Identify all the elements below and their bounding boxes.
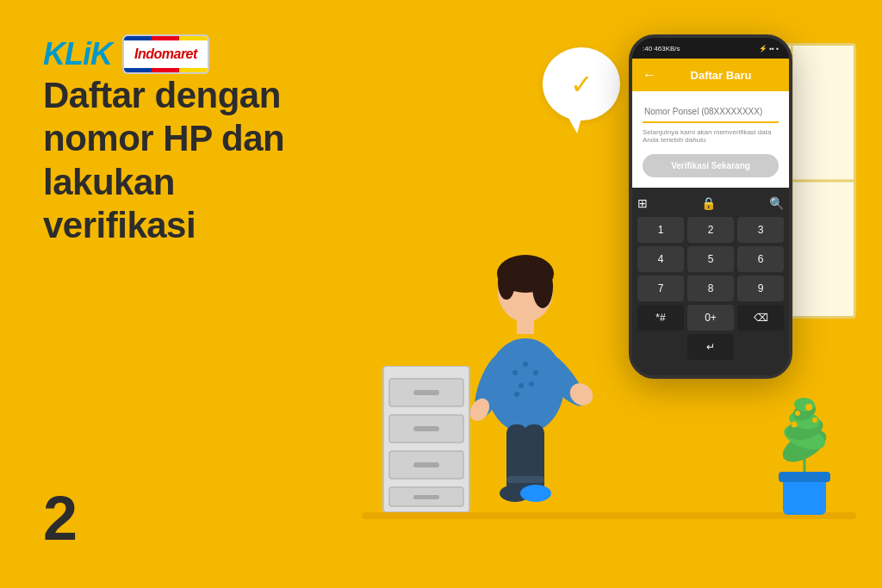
logo-area: KLiK Indomaret (43, 34, 319, 74)
phone-input-subtitle: Selanjutnya kami akan memverifikasi data… (643, 128, 779, 144)
svg-rect-8 (413, 495, 439, 499)
key-1[interactable]: 1 (637, 217, 684, 243)
svg-point-24 (523, 362, 528, 367)
svg-rect-30 (524, 476, 544, 483)
key-enter[interactable]: ↵ (687, 334, 734, 360)
step-number: 2 (43, 483, 319, 554)
svg-point-12 (532, 265, 553, 308)
left-panel: KLiK Indomaret Daftar dengan nomor HP da… (0, 0, 362, 588)
key-2[interactable]: 2 (687, 217, 734, 243)
svg-point-23 (512, 370, 518, 375)
headline-text: Daftar dengan nomor HP dan lakukan verif… (43, 74, 319, 248)
svg-point-27 (529, 381, 534, 387)
svg-point-41 (795, 411, 800, 416)
svg-rect-4 (413, 426, 439, 431)
svg-point-13 (498, 265, 515, 300)
phone-screen-title: Daftar Baru (663, 69, 779, 82)
key-7[interactable]: 7 (637, 275, 684, 301)
svg-point-22 (520, 485, 551, 502)
checkmark-icon: ✓ (570, 68, 593, 101)
key-5[interactable]: 5 (687, 246, 734, 272)
keyboard-top-bar: ⊞ 🔒 🔍 (637, 193, 784, 214)
phone-keyboard: ⊞ 🔒 🔍 1 2 3 4 5 6 7 8 9 (632, 188, 789, 375)
key-4[interactable]: 4 (637, 246, 684, 272)
status-left: :40 463KB/s (643, 45, 680, 53)
headline-area: Daftar dengan nomor HP dan lakukan verif… (43, 74, 319, 483)
svg-rect-14 (517, 319, 534, 334)
speech-bubble: ✓ (543, 47, 620, 121)
page-container: KLiK Indomaret Daftar dengan nomor HP da… (0, 0, 882, 588)
key-8[interactable]: 8 (687, 275, 734, 301)
svg-point-43 (792, 422, 798, 428)
svg-point-42 (812, 418, 817, 423)
klik-logo: KLiK (43, 36, 112, 72)
svg-point-25 (533, 370, 538, 375)
phone-number-keys: 1 2 3 4 5 6 7 8 9 *# 0+ ⌫ (637, 217, 784, 331)
svg-rect-6 (413, 462, 439, 467)
plant-illustration (761, 394, 848, 515)
indomaret-logo: Indomaret (122, 34, 209, 74)
person-illustration (448, 205, 603, 515)
svg-rect-32 (779, 472, 830, 482)
svg-point-28 (514, 392, 519, 397)
keyboard-search-icon: 🔍 (769, 196, 784, 210)
key-9[interactable]: 9 (737, 275, 784, 301)
phone-app-header: ← Daftar Baru (632, 59, 789, 91)
phone-screen: ← Daftar Baru Selanjutnya kami akan memv… (632, 59, 789, 375)
phone-content-area: Selanjutnya kami akan memverifikasi data… (632, 91, 789, 188)
key-6[interactable]: 6 (737, 246, 784, 272)
svg-rect-2 (413, 390, 439, 395)
key-backspace[interactable]: ⌫ (737, 305, 784, 331)
key-0[interactable]: 0+ (687, 305, 734, 331)
phone-status-bar: :40 463KB/s ⚡ ▪▪ ▪ (632, 38, 789, 59)
status-right: ⚡ ▪▪ ▪ (759, 45, 779, 53)
back-arrow-icon[interactable]: ← (643, 67, 656, 83)
verify-button[interactable]: Verifikasi Sekarang (643, 154, 779, 177)
svg-point-40 (805, 404, 812, 411)
phone-number-input[interactable] (643, 102, 779, 123)
keyboard-lock-icon: 🔒 (701, 196, 716, 210)
svg-point-26 (519, 383, 524, 388)
phone-mockup: :40 463KB/s ⚡ ▪▪ ▪ ← Daftar Baru Selanju… (629, 34, 792, 379)
right-panel: ✓ :40 463KB/s ⚡ ▪▪ ▪ ← Daftar Baru Selan… (362, 0, 882, 588)
key-star-hash[interactable]: *# (637, 305, 684, 331)
keyboard-grid-icon: ⊞ (637, 196, 648, 210)
key-3[interactable]: 3 (737, 217, 784, 243)
